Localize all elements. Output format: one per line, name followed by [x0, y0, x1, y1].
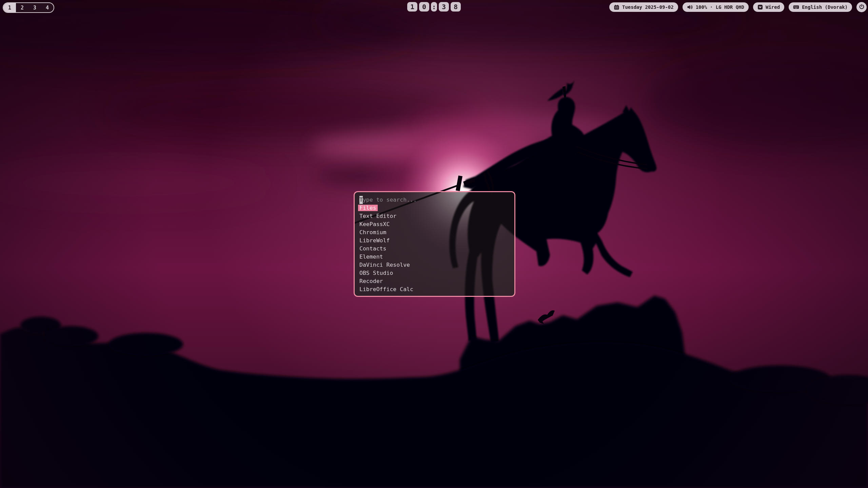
launcher-item-davinci-resolve[interactable]: DaVinci Resolve [359, 261, 510, 269]
launcher-item-element[interactable]: Element [359, 253, 510, 261]
network-pill[interactable]: Wired [753, 2, 784, 12]
volume-label: 100% · LG HDR QHD [696, 4, 744, 10]
text-cursor: T [359, 196, 363, 204]
calendar-icon [614, 4, 619, 10]
workspace-switcher: 1 2 3 4 [3, 2, 54, 13]
workspace-2[interactable]: 2 [16, 3, 28, 12]
date-pill[interactable]: Tuesday 2025-09-02 [609, 2, 678, 12]
date-label: Tuesday 2025-09-02 [622, 4, 674, 10]
ethernet-icon [757, 4, 763, 10]
keyboard-layout-pill[interactable]: English (Dvorak) [789, 2, 852, 12]
clock-digit: 3 [439, 2, 449, 12]
keyboard-icon [793, 5, 799, 9]
workspace-3[interactable]: 3 [28, 3, 41, 12]
desktop: 1 2 3 4 1 0 : 3 8 [0, 0, 868, 488]
launcher-item-contacts[interactable]: Contacts [359, 245, 510, 253]
launcher-item-text-editor[interactable]: Text Editor [359, 212, 510, 220]
power-icon [859, 4, 865, 11]
clock-digit: 1 [407, 2, 417, 12]
search-input[interactable]: Type to search... [359, 196, 510, 204]
clock-digit: 8 [451, 2, 461, 12]
launcher-item-obs-studio[interactable]: OBS Studio [359, 269, 510, 277]
search-placeholder-rest: ype to search... [363, 197, 417, 203]
volume-pill[interactable]: 100% · LG HDR QHD [683, 2, 749, 12]
launcher-item-chromium[interactable]: Chromium [359, 228, 510, 237]
search-cursor-char: T [359, 197, 363, 203]
launcher-item-recoder[interactable]: Recoder [359, 277, 510, 285]
clock-colon: : [431, 2, 437, 12]
launcher-item-files[interactable]: Files [359, 204, 510, 212]
launcher-item-keepassxc[interactable]: KeePassXC [359, 220, 510, 228]
clock-widget[interactable]: 1 0 : 3 8 [407, 2, 461, 12]
power-button[interactable] [856, 2, 867, 12]
network-label: Wired [766, 4, 780, 10]
workspace-1[interactable]: 1 [3, 3, 16, 12]
clock-digit: 0 [419, 2, 429, 12]
top-bar: 1 2 3 4 1 0 : 3 8 [0, 0, 868, 14]
app-launcher: Type to search... Files Text Editor KeeP… [354, 191, 515, 297]
app-list: Files Text Editor KeePassXC Chromium Lib… [359, 204, 510, 293]
volume-icon [687, 4, 693, 10]
launcher-item-libreoffice-calc[interactable]: LibreOffice Calc [359, 285, 510, 293]
status-tray: Tuesday 2025-09-02 100% · LG HDR QHD [609, 2, 867, 12]
launcher-item-librewolf[interactable]: LibreWolf [359, 237, 510, 245]
keyboard-layout-label: English (Dvorak) [802, 4, 848, 10]
workspace-4[interactable]: 4 [41, 3, 54, 12]
